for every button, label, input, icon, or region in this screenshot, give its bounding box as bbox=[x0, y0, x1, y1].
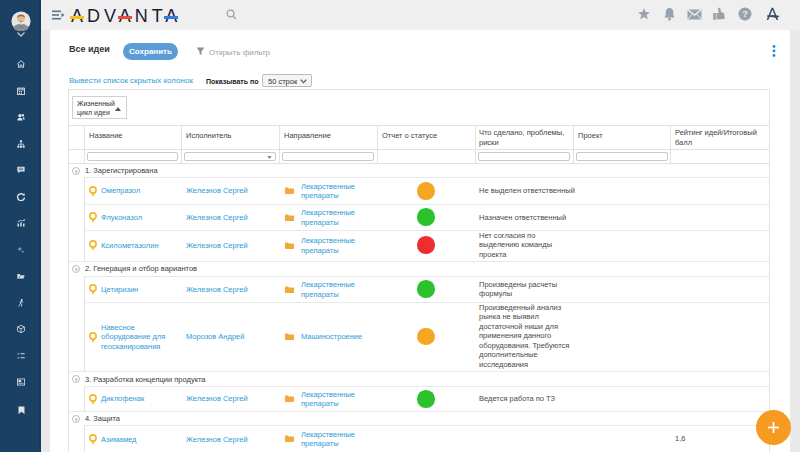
svg-text:?: ? bbox=[742, 9, 748, 19]
